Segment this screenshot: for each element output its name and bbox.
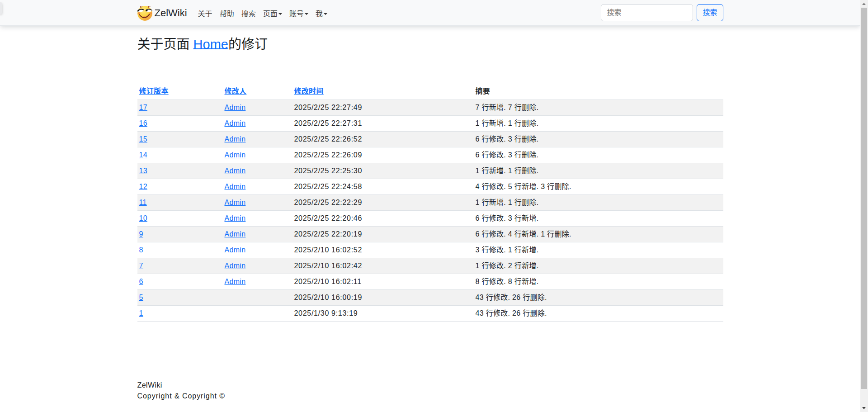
cell-revision: 11 [137,195,223,211]
browser-viewport: ZelWiki 关于 帮助 搜索 页面 账号 我 搜索 关于页面 Home的修订 [0,0,868,412]
cell-summary: 3 行修改. 1 行新增. [474,242,723,258]
revision-link[interactable]: 6 [139,278,143,285]
table-row: 11Admin2025/2/25 22:22:291 行新增. 1 行删除. [137,195,723,211]
revision-link[interactable]: 14 [139,151,147,159]
brand-text: ZelWiki [155,7,187,19]
revision-link[interactable]: 1 [139,309,143,317]
cell-summary: 6 行修改. 3 行新增. [474,211,723,227]
table-row: 15Admin2025/2/25 22:26:526 行修改. 3 行删除. [137,132,723,147]
table-head: 修订版本 修改人 修改时间 摘要 [137,84,723,100]
chevron-down-icon [305,13,308,15]
nav-item-search[interactable]: 搜索 [238,5,259,23]
cell-user: Admin [223,195,292,211]
nav-dropdown-me[interactable]: 我 [312,5,331,23]
cell-revision: 13 [137,163,223,179]
cell-user: Admin [223,147,292,163]
navbar: ZelWiki 关于 帮助 搜索 页面 账号 我 搜索 [0,0,860,26]
footer-brand: ZelWiki [137,380,723,391]
cell-user: Admin [223,100,292,116]
revision-link[interactable]: 17 [139,104,147,111]
table-row: 52025/2/10 16:00:1943 行修改. 26 行删除. [137,290,723,306]
revision-link[interactable]: 15 [139,135,147,143]
column-header-user-link[interactable]: 修改人 [225,87,247,95]
revision-link[interactable]: 16 [139,119,147,127]
cell-time: 2025/2/25 22:25:30 [292,163,474,179]
revision-link[interactable]: 12 [139,183,147,190]
cell-time: 2025/2/10 16:02:42 [292,258,474,274]
revision-link[interactable]: 13 [139,167,147,175]
revision-link[interactable]: 8 [139,246,143,254]
cell-user [223,306,292,322]
revision-link[interactable]: 9 [139,230,143,238]
table-row: 13Admin2025/2/25 22:25:301 行新增. 1 行删除. [137,163,723,179]
table-row: 12Admin2025/2/25 22:24:584 行修改. 5 行新增. 3… [137,179,723,195]
cell-time: 2025/2/25 22:24:58 [292,179,474,195]
user-link[interactable]: Admin [225,167,246,175]
table-row: 16Admin2025/2/25 22:27:311 行新增. 1 行删除. [137,116,723,132]
table-row: 14Admin2025/2/25 22:26:096 行修改. 3 行删除. [137,147,723,163]
cell-revision: 14 [137,147,223,163]
nav-dropdown-account[interactable]: 账号 [286,5,312,23]
cell-revision: 7 [137,258,223,274]
browser-scrollbar[interactable] [860,0,868,412]
column-header-time-link[interactable]: 修改时间 [294,87,324,95]
cell-time: 2025/1/30 9:13:19 [292,306,474,322]
user-link[interactable]: Admin [225,104,246,111]
cell-user: Admin [223,258,292,274]
cell-revision: 16 [137,116,223,132]
cell-summary: 1 行修改. 2 行新增. [474,258,723,274]
search-button[interactable]: 搜索 [697,4,723,21]
cell-time: 2025/2/10 16:02:11 [292,274,474,290]
footer-divider [137,358,723,358]
footer-copyright: Copyright & Copyright © [137,391,723,402]
cell-user: Admin [223,116,292,132]
revision-table-body: 17Admin2025/2/25 22:27:497 行新增. 7 行删除.16… [137,100,723,322]
user-link[interactable]: Admin [225,230,246,238]
cell-summary: 6 行修改. 3 行删除. [474,132,723,147]
revision-link[interactable]: 5 [139,294,143,301]
navbar-container: ZelWiki 关于 帮助 搜索 页面 账号 我 搜索 [132,0,729,25]
user-link[interactable]: Admin [225,119,246,127]
cell-revision: 8 [137,242,223,258]
table-row: 17Admin2025/2/25 22:27:497 行新增. 7 行删除. [137,100,723,116]
column-header-revision-link[interactable]: 修订版本 [139,87,169,95]
cell-time: 2025/2/25 22:20:19 [292,227,474,242]
edge-tab [0,2,2,14]
user-link[interactable]: Admin [225,183,246,190]
revision-link[interactable]: 7 [139,262,143,270]
table-row: 12025/1/30 9:13:1943 行修改. 26 行删除. [137,306,723,322]
cell-time: 2025/2/25 22:20:46 [292,211,474,227]
cell-summary: 1 行新增. 1 行删除. [474,116,723,132]
column-header-user: 修改人 [223,84,292,100]
user-link[interactable]: Admin [225,135,246,143]
cell-revision: 5 [137,290,223,306]
nav-item-help[interactable]: 帮助 [216,5,238,23]
page-home-link[interactable]: Home [193,37,228,52]
revision-link[interactable]: 11 [139,199,147,206]
revision-link[interactable]: 10 [139,214,147,222]
cell-revision: 6 [137,274,223,290]
cell-summary: 8 行修改. 8 行新增. [474,274,723,290]
cell-user: Admin [223,132,292,147]
nav-item-about[interactable]: 关于 [194,5,216,23]
cell-time: 2025/2/10 16:02:52 [292,242,474,258]
cell-revision: 9 [137,227,223,242]
user-link[interactable]: Admin [225,214,246,222]
cell-user: Admin [223,211,292,227]
page-title: 关于页面 Home的修订 [137,36,723,53]
scrollbar-thumb[interactable] [861,8,867,389]
cell-user: Admin [223,274,292,290]
nav-dropdown-pages[interactable]: 页面 [259,5,286,23]
user-link[interactable]: Admin [225,278,246,285]
brand-link[interactable]: ZelWiki [137,5,187,21]
user-link[interactable]: Admin [225,151,246,159]
user-link[interactable]: Admin [225,199,246,206]
user-link[interactable]: Admin [225,246,246,254]
user-link[interactable]: Admin [225,262,246,270]
huaji-smiley-logo-icon [137,6,152,21]
scrollbar-down-arrow-icon[interactable] [862,407,866,409]
scrollbar-up-arrow-icon[interactable] [862,3,866,5]
cell-revision: 15 [137,132,223,147]
cell-summary: 7 行新增. 7 行删除. [474,100,723,116]
search-input[interactable] [601,4,693,21]
